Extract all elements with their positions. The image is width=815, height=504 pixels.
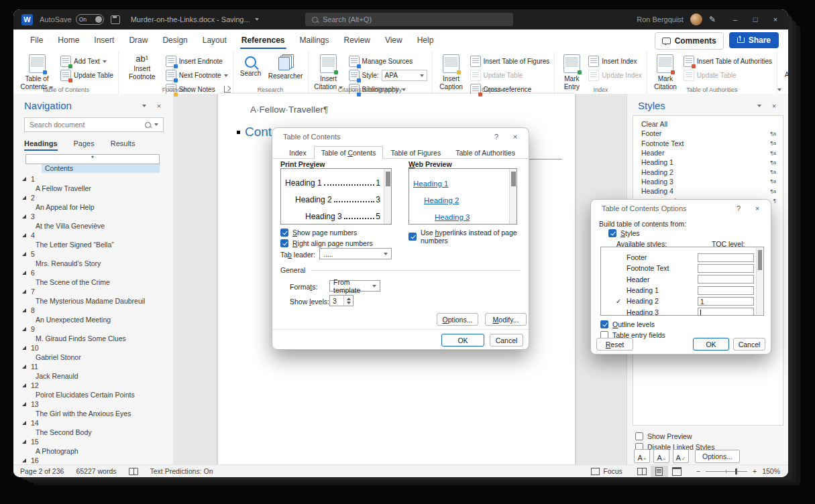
word-count[interactable]: 65227 words: [76, 467, 116, 475]
ribbon-tab[interactable]: References: [234, 29, 292, 52]
toc-level-input[interactable]: [698, 253, 754, 262]
style-level-row[interactable]: ✓ Heading 2 1: [601, 296, 763, 306]
nav-heading-title[interactable]: The Letter Signed “Bella”: [13, 240, 173, 249]
collapse-triangle-icon[interactable]: [22, 252, 26, 256]
share-button[interactable]: Share: [729, 32, 779, 48]
collapse-ribbon-icon[interactable]: [777, 88, 781, 91]
search-button[interactable]: Search: [238, 54, 264, 78]
style-level-row[interactable]: ✓ Heading 3: [601, 306, 763, 316]
styles-checkbox[interactable]: Styles: [608, 229, 640, 237]
pane-menu-button[interactable]: [137, 101, 152, 111]
ok-button[interactable]: OK: [441, 334, 484, 346]
ok-button[interactable]: OK: [693, 338, 729, 351]
manage-styles-button[interactable]: A✓: [673, 449, 689, 463]
nav-heading-number-row[interactable]: 6: [13, 268, 173, 277]
ribbon-tab[interactable]: File: [23, 29, 50, 52]
restore-button[interactable]: □: [745, 9, 765, 29]
acronyms-button[interactable]: ABC ? Acronyms: [782, 54, 788, 79]
close-button[interactable]: ×: [506, 130, 525, 143]
collapse-triangle-icon[interactable]: [22, 440, 26, 444]
scrollbar[interactable]: [756, 248, 763, 314]
style-item[interactable]: Heading 2 ¶a: [633, 167, 783, 176]
ribbon-tab[interactable]: Draw: [121, 29, 155, 52]
mark-entry-button[interactable]: Mark Entry: [559, 54, 584, 90]
style-item[interactable]: Header ¶a: [633, 148, 783, 158]
collapse-triangle-icon[interactable]: [22, 308, 26, 312]
dialog-tab[interactable]: Table of Authorities: [448, 146, 523, 158]
insert-table-of-authorities-button[interactable]: Insert Table of Authorities: [684, 56, 772, 67]
manage-sources-button[interactable]: Manage Sources: [349, 56, 427, 67]
use-hyperlinks-checkbox[interactable]: Use hyperlinks instead of page numbers: [409, 229, 529, 245]
update-table-button[interactable]: Update Table: [60, 70, 113, 81]
ribbon-tab[interactable]: Insert: [87, 29, 121, 52]
nav-heading-number-row[interactable]: 8: [13, 306, 173, 315]
style-item[interactable]: Heading 4 ¶a: [633, 186, 783, 196]
insert-table-of-figures-button[interactable]: Insert Table of Figures: [470, 56, 550, 67]
collapse-triangle-icon[interactable]: [22, 402, 26, 406]
nav-edit-box[interactable]: *: [25, 154, 160, 164]
nav-heading-title[interactable]: The Girl with the Anxious Eyes: [13, 409, 173, 418]
show-levels-spinner[interactable]: 3: [329, 295, 354, 306]
nav-heading-number-row[interactable]: 15: [13, 437, 173, 446]
nav-tab[interactable]: Pages: [74, 139, 95, 151]
nav-tab[interactable]: Results: [111, 139, 135, 151]
nav-heading-title[interactable]: Gabriel Stonor: [13, 353, 173, 362]
style-selector[interactable]: Style: APA: [349, 70, 427, 81]
nav-selected-heading[interactable]: Contents: [42, 164, 160, 173]
zoom-slider-thumb[interactable]: [735, 468, 737, 475]
read-mode-button[interactable]: [633, 466, 651, 477]
help-button[interactable]: ?: [487, 130, 506, 143]
insert-citation-button[interactable]: Insert Citation: [313, 54, 344, 90]
collapse-triangle-icon[interactable]: [22, 214, 26, 218]
proofing-icon[interactable]: [129, 468, 138, 475]
modify-button[interactable]: Modify...: [485, 313, 527, 326]
ribbon-tab[interactable]: Home: [50, 29, 87, 52]
right-align-checkbox[interactable]: Right align page numbers: [280, 239, 373, 247]
autosave-toggle[interactable]: On: [76, 14, 104, 25]
formats-dropdown[interactable]: From template: [329, 280, 380, 292]
show-preview-checkbox[interactable]: Show Preview: [635, 432, 692, 440]
web-layout-button[interactable]: [668, 466, 686, 477]
nav-heading-title[interactable]: An Appeal for Help: [13, 202, 173, 212]
scrollbar[interactable]: [509, 169, 517, 224]
focus-button[interactable]: Focus: [591, 467, 622, 475]
collapse-triangle-icon[interactable]: [22, 196, 26, 200]
tab-leader-dropdown[interactable]: .....: [319, 248, 392, 259]
scrollbar-thumb[interactable]: [511, 172, 516, 186]
toc-level-input[interactable]: [698, 308, 754, 316]
document-title[interactable]: Murder-on-the-Links.docx - Saving...: [131, 15, 259, 23]
print-layout-button[interactable]: [651, 466, 668, 477]
mark-citation-button[interactable]: Mark Citation: [652, 54, 679, 90]
style-item[interactable]: Footnote Text ¶a: [633, 139, 783, 148]
save-icon[interactable]: [111, 15, 120, 24]
nav-heading-number-row[interactable]: 14: [13, 418, 173, 428]
dialog-tab[interactable]: Index: [282, 146, 314, 158]
styles-options-button[interactable]: Options...: [695, 450, 740, 463]
help-button[interactable]: ?: [729, 202, 748, 215]
nav-heading-title[interactable]: At the Villa Geneviève: [13, 221, 173, 231]
nav-heading-title[interactable]: A Fellow Traveller: [13, 184, 173, 193]
outline-levels-checkbox[interactable]: Outline levels: [600, 320, 655, 328]
nav-heading-title[interactable]: An Unexpected Meeting: [13, 315, 173, 324]
toc-level-input[interactable]: [698, 286, 754, 295]
pen-icon[interactable]: ✎: [709, 15, 716, 24]
new-style-button[interactable]: A+: [634, 449, 650, 463]
collapse-triangle-icon[interactable]: [22, 346, 26, 350]
collapse-triangle-icon[interactable]: [22, 458, 26, 462]
avatar[interactable]: [690, 13, 702, 25]
scrollbar-thumb[interactable]: [758, 250, 762, 270]
nav-heading-number-row[interactable]: 10: [13, 343, 173, 353]
nav-heading-title[interactable]: Jack Renauld: [13, 371, 173, 381]
nav-tab[interactable]: Headings: [24, 139, 58, 151]
insert-footnote-button[interactable]: ab¹ Insert Footnote: [123, 54, 161, 80]
collapse-triangle-icon[interactable]: [22, 290, 26, 294]
insert-caption-button[interactable]: Insert Caption: [437, 54, 466, 90]
collapse-triangle-icon[interactable]: [22, 327, 26, 331]
style-level-row[interactable]: ✓ Heading 1: [601, 285, 763, 296]
ribbon-tab[interactable]: Layout: [195, 29, 234, 52]
zoom-out-button[interactable]: −: [696, 467, 700, 475]
nav-heading-number-row[interactable]: 2: [13, 193, 173, 202]
close-button[interactable]: ×: [748, 202, 767, 215]
search-input[interactable]: Search (Alt+Q): [305, 13, 513, 26]
nav-heading-number-row[interactable]: 9: [13, 324, 173, 334]
